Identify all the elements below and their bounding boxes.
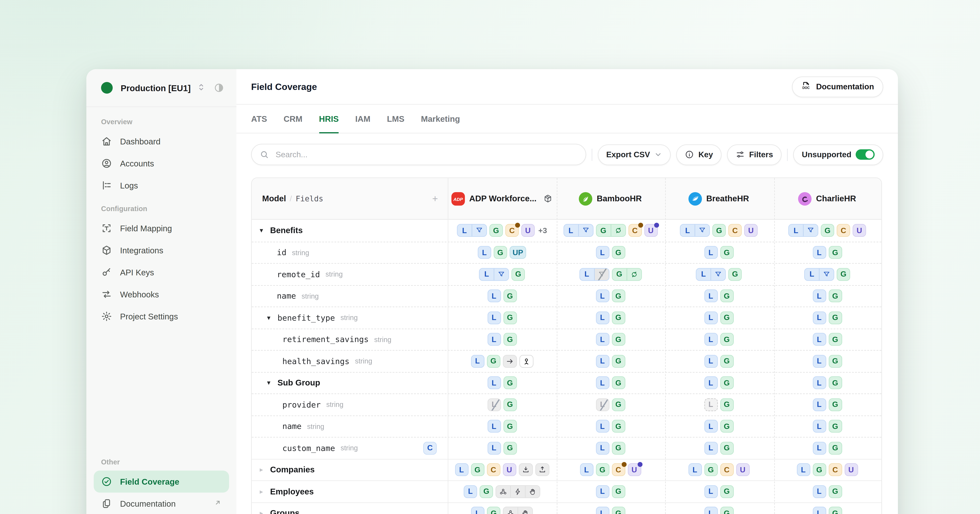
caret-expanded-icon[interactable]: ▾ [267, 314, 277, 321]
filters-button[interactable]: Filters [727, 144, 781, 165]
g-badge: G [493, 246, 507, 259]
coverage-cell: LG [448, 503, 556, 514]
l-badge: L [813, 420, 826, 433]
g-badge: G [720, 420, 733, 433]
row-label: name [282, 422, 302, 431]
g-badge: G [612, 398, 625, 411]
add-column-handle[interactable]: + [432, 193, 438, 204]
unsupported-toggle[interactable] [856, 149, 875, 160]
table-header: Model / Fields + ADPADP Workforce...Bamb… [252, 178, 881, 220]
coverage-cell: LGCU [556, 459, 665, 481]
coverage-cell: LG [556, 307, 665, 328]
g-badge: G [596, 463, 609, 476]
coverage-cell: LG [556, 438, 665, 459]
l-badge: L [471, 507, 485, 514]
sidebar-item-field-mapping[interactable]: Field Mapping [94, 217, 229, 239]
sidebar-item-field-coverage[interactable]: Field Coverage [94, 471, 229, 493]
u-badge: U [845, 463, 858, 476]
tab-marketing[interactable]: Marketing [421, 105, 460, 133]
coverage-cell: LGCU [556, 220, 665, 241]
table-row-groups[interactable]: ▸GroupsLGLGLGLG [252, 502, 881, 514]
tab-hris[interactable]: HRIS [319, 105, 339, 133]
g-badge: G [612, 420, 625, 433]
g-badge: G [712, 224, 726, 237]
sidebar-item-project-settings[interactable]: Project Settings [94, 305, 229, 327]
field-type: string [302, 292, 319, 300]
tab-iam[interactable]: IAM [355, 105, 371, 133]
documentation-button[interactable]: DOC Documentation [792, 76, 883, 97]
field-type: string [307, 423, 324, 430]
l-badge: L [596, 507, 609, 514]
c-badge: C [720, 463, 733, 476]
tab-crm[interactable]: CRM [283, 105, 302, 133]
tab-ats[interactable]: ATS [251, 105, 267, 133]
table-row-sub-group[interactable]: ▾Sub GroupLGLGLGLG [252, 372, 881, 393]
download-icon [522, 466, 530, 474]
key-icon [101, 267, 112, 278]
table-row-benefits[interactable]: ▾BenefitsLGCU+3LGCULGCULGCU [252, 220, 881, 241]
caret-collapsed-icon[interactable]: ▸ [260, 488, 270, 495]
sidebar-item-api-keys[interactable]: API Keys [94, 261, 229, 283]
sidebar-item-dashboard[interactable]: Dashboard [94, 130, 229, 152]
l-badge: L [596, 355, 609, 368]
l-badge: L [487, 420, 501, 433]
g-badge: G [720, 355, 733, 368]
g-badge: G [829, 311, 842, 324]
g-badge: G [612, 442, 625, 454]
tab-lms[interactable]: LMS [387, 105, 404, 133]
coverage-cell: LG [448, 416, 556, 437]
model-fields-header: Model / Fields + [252, 178, 448, 219]
export-csv-button[interactable]: Export CSV [598, 144, 671, 165]
workspace-switcher[interactable]: Production [EU1] [86, 69, 236, 107]
package-icon [543, 194, 552, 203]
coverage-cell: LG [448, 394, 556, 415]
up-badge: UP [509, 246, 526, 259]
column-header-breathehr[interactable]: BreatheHR [665, 178, 773, 219]
column-header-bamboohr[interactable]: BambooHR [556, 178, 665, 219]
funnel-icon [497, 270, 505, 278]
g-badge: G [829, 376, 842, 389]
sidebar-item-documentation[interactable]: Documentation [94, 493, 229, 514]
row-label: Employees [270, 487, 314, 496]
sidebar: Production [EU1] OverviewDashboardAccoun… [86, 69, 237, 514]
search-box[interactable] [251, 144, 586, 165]
sidebar-collapse-icon[interactable] [214, 82, 224, 93]
coverage-cell: LGCU [665, 459, 773, 481]
key-button[interactable]: Key [676, 144, 722, 165]
bolt-icon [514, 487, 522, 495]
sidebar-item-webhooks[interactable]: Webhooks [94, 283, 229, 305]
caret-expanded-icon[interactable]: ▾ [260, 227, 270, 234]
column-header-adp-workforce-[interactable]: ADPADP Workforce... [448, 178, 556, 219]
caret-collapsed-icon[interactable]: ▸ [260, 466, 270, 473]
g-badge: G [720, 507, 733, 514]
column-header-charliehr[interactable]: CharlieHR [773, 178, 881, 219]
caret-collapsed-icon[interactable]: ▸ [260, 510, 270, 514]
pages-icon [101, 498, 112, 509]
package-icon[interactable] [543, 194, 552, 203]
sidebar-item-accounts[interactable]: Accounts [94, 152, 229, 175]
sidebar-item-logs[interactable]: Logs [94, 175, 229, 197]
table-row-companies[interactable]: ▸CompaniesLGCULGCULGCULGCU [252, 459, 881, 481]
caret-expanded-icon[interactable]: ▾ [267, 379, 277, 386]
g-badge: G [612, 507, 625, 514]
chevrons-updown-icon[interactable] [197, 82, 206, 92]
row-label: name [277, 292, 296, 301]
arrows-icon [101, 289, 112, 300]
coverage-cell: LG [448, 373, 556, 393]
coverage-cell: LG [448, 286, 556, 307]
table-row-employees[interactable]: ▸EmployeesLGLGLGLG [252, 480, 881, 502]
unsupported-toggle-button[interactable]: Unsupported [793, 144, 883, 165]
sidebar-item-integrations[interactable]: Integrations [94, 239, 229, 261]
l-filter-badge: L [696, 268, 726, 281]
search-input[interactable] [274, 149, 578, 160]
g-badge: G [489, 224, 503, 237]
adp-logo: ADP [452, 192, 465, 205]
doc-file-icon: DOC [801, 81, 811, 92]
u-badge: U [744, 224, 758, 237]
charlie-logo [798, 192, 812, 205]
g-badge: G [728, 268, 742, 281]
coverage-cell: LG [448, 329, 556, 350]
coverage-table: Model / Fields + ADPADP Workforce...Bamb… [251, 178, 882, 514]
coverage-cell: LG [556, 503, 665, 514]
arrow-right-icon [506, 357, 514, 365]
